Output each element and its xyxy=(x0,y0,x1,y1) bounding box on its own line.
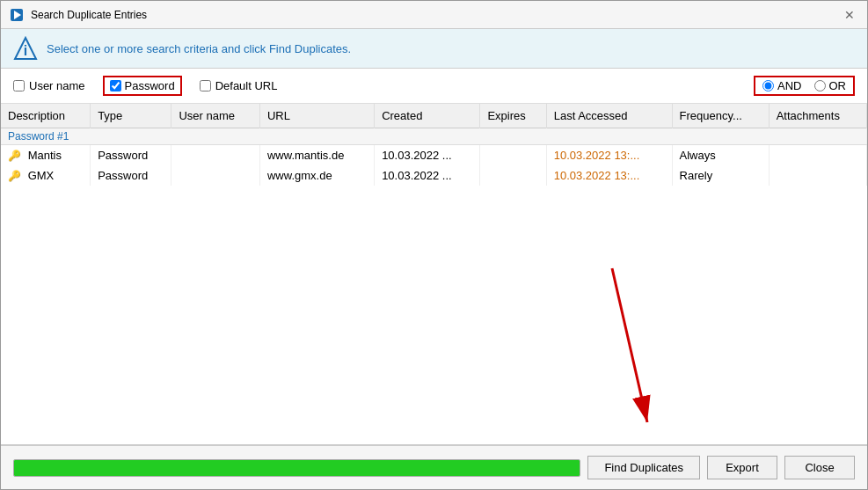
info-text: Select one or more search criteria and c… xyxy=(47,42,351,55)
find-duplicates-button[interactable]: Find Duplicates xyxy=(587,456,700,479)
row-last-accessed: 10.03.2022 13:... xyxy=(546,165,672,186)
svg-line-5 xyxy=(612,268,647,422)
logic-radio-box: AND OR xyxy=(754,76,855,96)
row-description: 🔑 GMX xyxy=(1,165,91,186)
or-label[interactable]: OR xyxy=(829,79,847,92)
window-icon xyxy=(10,8,24,22)
table-header-row: Description Type User name URL Created E… xyxy=(1,104,867,128)
key-icon: 🔑 xyxy=(8,150,21,162)
col-frequency: Frequency... xyxy=(672,104,769,128)
or-radio[interactable] xyxy=(814,80,826,91)
and-radio[interactable] xyxy=(762,80,774,91)
and-label[interactable]: AND xyxy=(777,79,801,92)
table-row[interactable]: 🔑 GMX Password www.gmx.de 10.03.2022 ...… xyxy=(1,165,867,186)
col-created: Created xyxy=(375,104,480,128)
row-created: 10.03.2022 ... xyxy=(375,145,480,166)
info-bar: i Select one or more search criteria and… xyxy=(1,29,867,69)
password-checkbox[interactable] xyxy=(110,80,121,91)
group-row: Password #1 xyxy=(1,128,867,145)
progress-bar-container xyxy=(13,459,580,477)
password-label[interactable]: Password xyxy=(125,79,175,92)
col-url: URL xyxy=(259,104,374,128)
key-icon: 🔑 xyxy=(8,170,21,182)
row-username xyxy=(171,145,259,166)
col-attachments: Attachments xyxy=(769,104,866,128)
row-type: Password xyxy=(91,165,171,186)
row-frequency: Rarely xyxy=(672,165,769,186)
row-last-accessed: 10.03.2022 13:... xyxy=(546,145,672,166)
default-url-label[interactable]: Default URL xyxy=(215,79,278,92)
password-checkbox-box: Password xyxy=(103,76,182,96)
row-description: 🔑 Mantis xyxy=(1,145,91,166)
username-checkbox-group: User name xyxy=(13,79,85,92)
results-table: Description Type User name URL Created E… xyxy=(1,104,867,186)
results-table-container[interactable]: Description Type User name URL Created E… xyxy=(1,104,867,445)
close-button[interactable]: Close xyxy=(784,456,855,479)
footer: Find Duplicates Export Close xyxy=(1,445,867,489)
criteria-bar: User name Password Default URL AND OR xyxy=(1,69,867,104)
row-url: www.gmx.de xyxy=(259,165,374,186)
and-radio-item: AND xyxy=(762,79,801,92)
col-last-accessed: Last Accessed xyxy=(546,104,672,128)
col-username: User name xyxy=(171,104,259,128)
progress-bar-fill xyxy=(14,460,580,476)
main-window: Search Duplicate Entries ✕ i Select one … xyxy=(0,0,868,490)
info-icon: i xyxy=(13,36,38,61)
row-url: www.mantis.de xyxy=(259,145,374,166)
row-expires xyxy=(480,145,546,166)
row-frequency: Always xyxy=(672,145,769,166)
default-url-checkbox[interactable] xyxy=(200,80,211,91)
table-row[interactable]: 🔑 Mantis Password www.mantis.de 10.03.20… xyxy=(1,145,867,166)
row-attachments xyxy=(769,145,866,166)
col-type: Type xyxy=(91,104,171,128)
row-attachments xyxy=(769,165,866,186)
svg-text:i: i xyxy=(24,43,27,58)
username-checkbox[interactable] xyxy=(13,80,25,91)
row-created: 10.03.2022 ... xyxy=(375,165,480,186)
title-bar: Search Duplicate Entries ✕ xyxy=(1,1,867,29)
col-expires: Expires xyxy=(480,104,546,128)
row-type: Password xyxy=(91,145,171,166)
close-window-button[interactable]: ✕ xyxy=(841,6,858,24)
default-url-checkbox-group: Default URL xyxy=(200,79,278,92)
row-expires xyxy=(480,165,546,186)
or-radio-item: OR xyxy=(814,79,847,92)
red-arrow xyxy=(594,260,665,435)
window-title: Search Duplicate Entries xyxy=(31,9,841,21)
group-label: Password #1 xyxy=(1,128,867,145)
export-button[interactable]: Export xyxy=(707,456,777,479)
row-username xyxy=(171,165,259,186)
username-label[interactable]: User name xyxy=(29,79,85,92)
col-description: Description xyxy=(1,104,91,128)
